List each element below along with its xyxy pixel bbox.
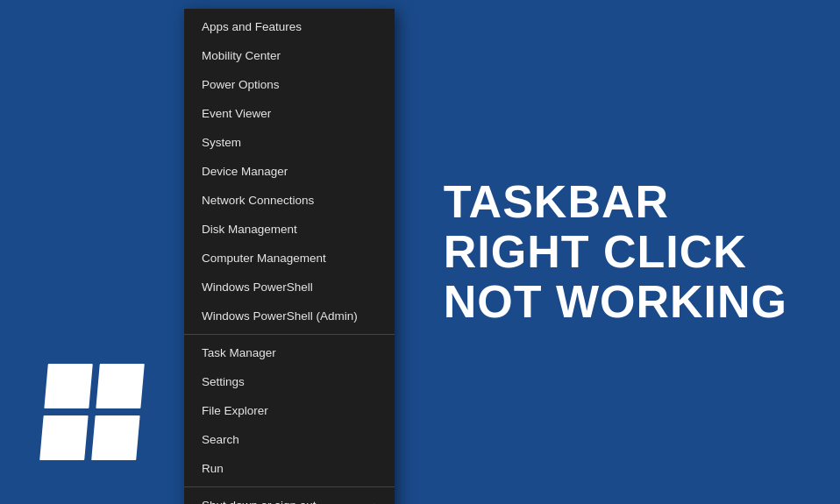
win-tile-tr [96, 364, 144, 408]
menu-item-network-connections[interactable]: Network Connections [184, 186, 395, 215]
menu-item-task-manager[interactable]: Task Manager [184, 338, 395, 367]
menu-item-power-options[interactable]: Power Options [184, 70, 395, 99]
menu-item-system[interactable]: System [184, 128, 395, 157]
context-menu: Apps and Features Mobility Center Power … [184, 9, 395, 504]
submenu-arrow-icon: › [374, 499, 377, 504]
menu-item-mobility-center[interactable]: Mobility Center [184, 41, 395, 70]
headline-panel: TASKBAR RIGHT CLICK NOT WORKING [444, 177, 787, 328]
menu-item-computer-management[interactable]: Computer Management [184, 244, 395, 273]
menu-item-run[interactable]: Run [184, 454, 395, 483]
win-tile-bl [39, 415, 88, 460]
headline-line3: NOT WORKING [444, 277, 787, 327]
headline-line2: RIGHT CLICK [444, 227, 787, 277]
menu-item-settings[interactable]: Settings [184, 367, 395, 396]
menu-item-device-manager[interactable]: Device Manager [184, 157, 395, 186]
menu-item-event-viewer[interactable]: Event Viewer [184, 99, 395, 128]
menu-item-shutdown-signout[interactable]: Shut down or sign out › [184, 491, 395, 504]
context-menu-container: Apps and Features Mobility Center Power … [184, 0, 395, 504]
menu-item-apps-features[interactable]: Apps and Features [184, 12, 395, 41]
windows-logo [39, 364, 145, 460]
menu-separator-1 [184, 334, 395, 335]
menu-item-windows-powershell-admin[interactable]: Windows PowerShell (Admin) [184, 302, 395, 330]
menu-item-search[interactable]: Search [184, 425, 395, 454]
menu-separator-2 [184, 486, 395, 487]
menu-item-disk-management[interactable]: Disk Management [184, 215, 395, 244]
headline-line1: TASKBAR [444, 177, 787, 227]
win-tile-tl [44, 364, 92, 408]
win-tile-br [91, 415, 139, 460]
headline-text: TASKBAR RIGHT CLICK NOT WORKING [444, 177, 787, 328]
menu-item-windows-powershell[interactable]: Windows PowerShell [184, 273, 395, 302]
menu-item-file-explorer[interactable]: File Explorer [184, 396, 395, 425]
